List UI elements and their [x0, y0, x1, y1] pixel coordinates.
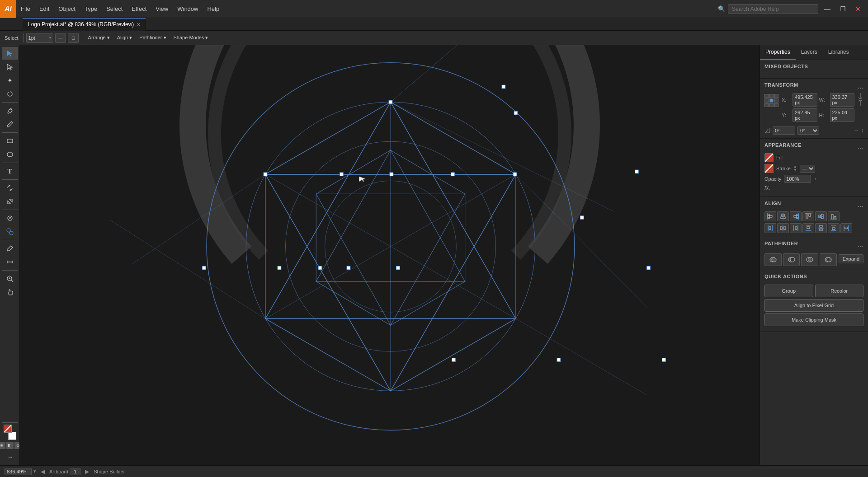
none-mode-btn[interactable]: ⊘: [14, 442, 20, 449]
tab-properties[interactable]: Properties: [760, 45, 796, 60]
distribute-spacing-btn[interactable]: [840, 223, 852, 233]
measure-tool[interactable]: [2, 256, 18, 268]
artboard-number-input[interactable]: [70, 468, 80, 475]
align-bottom-edges-btn[interactable]: [828, 211, 840, 221]
tab-close-button[interactable]: ×: [137, 21, 140, 28]
x-value[interactable]: 495.425 px: [793, 93, 817, 107]
opacity-toolbar-btn[interactable]: ◻: [68, 33, 79, 43]
link-dimensions-btn[interactable]: [857, 93, 863, 106]
transform-more-btn[interactable]: ...: [858, 82, 863, 90]
distribute-center-v-btn[interactable]: [815, 223, 827, 233]
select-tool-btn[interactable]: Select: [2, 34, 21, 42]
document-tab[interactable]: Logo Projekt.ai* @ 836.49% (RGB/Preview)…: [23, 18, 146, 31]
appearance-more-btn[interactable]: ...: [858, 142, 863, 150]
distribute-center-h-btn[interactable]: [777, 223, 789, 233]
angle-value[interactable]: 0°: [773, 126, 795, 135]
align-top-edges-btn[interactable]: [802, 211, 814, 221]
distribute-left-btn[interactable]: [764, 223, 776, 233]
pathfinder-exclude-btn[interactable]: [820, 253, 837, 266]
gradient-mode-btn[interactable]: ◧: [6, 442, 14, 449]
app-icon: Ai: [0, 0, 16, 18]
pathfinder-toolbar-btn[interactable]: Pathfinder ▾: [137, 35, 169, 41]
pencil-tool[interactable]: [2, 118, 18, 131]
align-center-horizontal-btn[interactable]: [777, 211, 789, 221]
stroke-swatch[interactable]: [764, 164, 774, 173]
menu-object[interactable]: Object: [54, 0, 80, 18]
pathfinder-expand-btn[interactable]: Expand: [839, 254, 863, 263]
flip-vertical-btn[interactable]: ↕: [861, 127, 863, 134]
y-value[interactable]: 262.85 px: [793, 108, 817, 122]
distribute-top-btn[interactable]: [802, 223, 814, 233]
type-tool[interactable]: T: [2, 165, 18, 178]
restore-button[interactable]: ❐: [836, 3, 849, 15]
zoom-input[interactable]: [5, 468, 32, 475]
zoom-chevron-icon[interactable]: ▾: [33, 468, 36, 474]
w-value[interactable]: 330.37 px: [830, 93, 855, 107]
make-clipping-mask-button[interactable]: Make Clipping Mask: [764, 313, 863, 326]
pathfinder-intersect-btn[interactable]: [801, 253, 818, 266]
stroke-weight-arrows[interactable]: ▲ ▼: [793, 165, 797, 172]
lasso-tool[interactable]: [2, 88, 18, 100]
shape-modes-btn[interactable]: Shape Modes ▾: [171, 35, 211, 41]
flip-horizontal-btn[interactable]: ↔: [854, 127, 859, 134]
align-more-btn[interactable]: ...: [858, 201, 863, 209]
h-value[interactable]: 235.04 px: [830, 108, 855, 122]
selection-tool[interactable]: [2, 47, 18, 60]
pathfinder-more-btn[interactable]: ...: [858, 241, 863, 249]
menu-help[interactable]: Help: [203, 0, 224, 18]
pathfinder-unite-btn[interactable]: [764, 253, 782, 266]
transform-reference-grid[interactable]: [764, 94, 779, 107]
minimize-button[interactable]: —: [821, 3, 834, 15]
nav-next-btn[interactable]: ▶: [85, 468, 89, 475]
menu-edit[interactable]: Edit: [35, 0, 54, 18]
align-center-vertical-btn[interactable]: [815, 211, 827, 221]
distribute-right-btn[interactable]: [790, 223, 802, 233]
stroke-style-btn[interactable]: —: [55, 33, 66, 43]
search-input[interactable]: [728, 4, 818, 14]
nav-prev-btn[interactable]: ◀: [41, 468, 45, 475]
fx-label[interactable]: fx.: [764, 185, 770, 191]
align-left-edges-btn[interactable]: [764, 211, 776, 221]
tab-libraries[interactable]: Libraries: [823, 45, 854, 60]
menu-select[interactable]: Select: [102, 0, 127, 18]
rectangle-tool[interactable]: [2, 135, 18, 147]
pen-tool[interactable]: [2, 104, 18, 117]
group-button[interactable]: Group: [764, 285, 813, 297]
rotate-tool[interactable]: [2, 182, 18, 194]
arrange-btn[interactable]: Arrange ▾: [85, 35, 113, 41]
scale-tool[interactable]: [2, 195, 18, 208]
svg-line-50: [765, 164, 773, 173]
hand-tool[interactable]: [2, 286, 18, 299]
fill-stroke-swatches[interactable]: [2, 425, 18, 440]
menu-file[interactable]: File: [16, 0, 35, 18]
menu-type[interactable]: Type: [80, 0, 102, 18]
distribute-bottom-btn[interactable]: [828, 223, 840, 233]
stroke-type-select[interactable]: — - -: [800, 165, 815, 173]
menu-effect[interactable]: Effect: [127, 0, 151, 18]
artwork-svg: [20, 45, 760, 465]
shaper-tool[interactable]: [2, 212, 18, 224]
align-pixel-grid-button[interactable]: Align to Pixel Grid: [764, 299, 863, 312]
color-mode-btn[interactable]: ■: [0, 442, 5, 449]
menu-window[interactable]: Window: [173, 0, 203, 18]
stroke-weight-input[interactable]: 1pt ▾: [26, 33, 53, 43]
pathfinder-minus-btn[interactable]: [783, 253, 800, 266]
direct-selection-tool[interactable]: [2, 61, 18, 73]
tab-layers[interactable]: Layers: [796, 45, 823, 60]
angle-dropdown[interactable]: 0° 90° 180° 270°: [797, 126, 819, 135]
canvas-area[interactable]: [20, 45, 760, 465]
menu-view[interactable]: View: [151, 0, 173, 18]
align-toolbar-btn[interactable]: Align ▾: [114, 35, 135, 41]
fill-swatch[interactable]: [764, 153, 774, 162]
magic-wand-tool[interactable]: ✦: [2, 74, 18, 87]
more-tools-btn[interactable]: ···: [2, 451, 18, 463]
ellipse-tool[interactable]: [2, 148, 18, 161]
zoom-tool[interactable]: [2, 272, 18, 285]
recolor-button[interactable]: Recolor: [815, 285, 864, 297]
shape-builder-tool[interactable]: [2, 225, 18, 238]
align-right-edges-btn[interactable]: [790, 211, 802, 221]
close-button[interactable]: ✕: [852, 3, 864, 15]
opacity-expand-btn[interactable]: ›: [815, 176, 816, 182]
opacity-value[interactable]: 100%: [784, 175, 811, 183]
eyedropper-tool[interactable]: [2, 242, 18, 255]
